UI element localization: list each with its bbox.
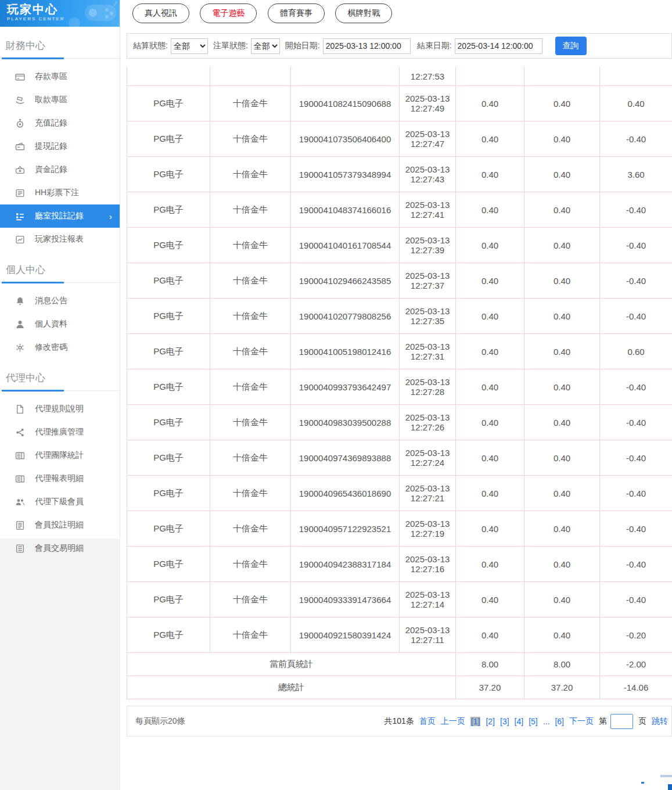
list-page-icon	[15, 520, 25, 530]
cell-order-no: 1900040993793642497	[291, 369, 400, 405]
share-icon	[15, 428, 25, 437]
cell-valid-amount	[524, 67, 600, 86]
cell-win-loss: -0.40	[600, 121, 672, 157]
cell-time: 2025-03-1312:27:26	[400, 405, 456, 440]
jump-button[interactable]: 跳转	[652, 716, 668, 727]
cell-order-no: 1900041082415090688	[291, 86, 400, 121]
page-link-5[interactable]: [5]	[529, 717, 538, 726]
cell-valid-amount: 0.40	[524, 617, 600, 653]
sidebar-item-withdrawal-records[interactable]: 提現記錄	[0, 135, 120, 158]
sidebar-item-label: 代理規則說明	[35, 404, 84, 414]
sidebar-item-agent-report-detail[interactable]: 代理報表明細	[0, 467, 120, 490]
sidebar-item-agent-rules[interactable]: 代理規則說明	[0, 397, 120, 421]
summary-bet-amount: 37.20	[456, 676, 524, 699]
sidebar-item-room-bet-records[interactable]: 廳室投註記錄 ›	[0, 204, 120, 228]
sidebar-item-label: 廳室投註記錄	[35, 211, 84, 221]
cell-bet-amount: 0.40	[456, 617, 524, 653]
sidebar-item-label: 提現記錄	[35, 141, 67, 152]
order-status-select[interactable]: 全部	[251, 38, 280, 54]
cell-time: 2025-03-1312:27:39	[400, 228, 456, 263]
sidebar-item-withdraw[interactable]: 取款專區	[0, 88, 120, 112]
sidebar-item-change-password[interactable]: 修改密碼	[0, 336, 120, 359]
withdrawal-wallet-icon	[15, 142, 25, 152]
page-link-6[interactable]: [6]	[555, 717, 564, 726]
sidebar-item-funds-records[interactable]: 資金記錄	[0, 158, 120, 181]
chevron-right-icon: ›	[109, 212, 112, 221]
cell-time: 2025-03-1312:27:31	[400, 334, 456, 369]
start-date-input[interactable]	[323, 38, 411, 54]
cell-time: 2025-03-1312:27:43	[400, 157, 456, 192]
order-status-label: 注單狀態:	[213, 41, 248, 51]
sidebar-item-player-bet-report[interactable]: 玩家投注報表	[0, 228, 120, 251]
settle-status-select[interactable]: 全部	[171, 38, 208, 54]
sidebar-item-label: 代理推廣管理	[35, 427, 84, 437]
page-link-2[interactable]: [2]	[486, 717, 495, 726]
tab-board-games[interactable]: 棋牌對戰	[335, 3, 392, 23]
recharge-bag-icon	[15, 119, 25, 128]
sidebar-item-agent-promotion[interactable]: 代理推廣管理	[0, 421, 120, 444]
table-row: PG电子 十倍金牛 1900040921580391424 2025-03-13…	[127, 617, 672, 653]
cell-bet-amount: 0.40	[456, 86, 524, 121]
bet-records-table: 12:27:53 PG电子 十倍金牛 1900041082415090688 2…	[127, 67, 672, 699]
page-link-4[interactable]: [4]	[515, 717, 524, 726]
document-icon	[15, 404, 25, 414]
cell-vendor: PG电子	[127, 440, 210, 476]
gamepad-icon	[63, 1, 118, 27]
cell-vendor: PG电子	[127, 192, 210, 228]
table-row: PG电子 十倍金牛 1900040933391473664 2025-03-13…	[127, 582, 672, 617]
cell-bet-amount: 0.40	[456, 192, 524, 228]
tab-sports[interactable]: 體育賽事	[268, 3, 325, 23]
chat-widget-fragment	[668, 784, 672, 790]
sidebar-item-deposit[interactable]: 存款專區	[0, 65, 120, 88]
cell-valid-amount: 0.40	[524, 228, 600, 263]
page-link-3[interactable]: [3]	[500, 717, 509, 726]
cell-bet-amount: 0.40	[456, 263, 524, 299]
sidebar-item-profile[interactable]: 個人資料	[0, 313, 120, 336]
jump-page-input[interactable]	[610, 714, 633, 729]
cell-order-no: 1900041048374166016	[291, 192, 400, 228]
cell-order-no: 1900041005198012416	[291, 334, 400, 369]
tab-electronic-games[interactable]: 電子遊藝	[200, 3, 257, 23]
page-link-1[interactable]: [1]	[470, 717, 481, 726]
cell-time: 2025-03-1312:27:47	[400, 121, 456, 157]
cell-game: 十倍金牛	[210, 299, 291, 334]
end-date-input[interactable]	[455, 38, 542, 54]
sidebar-item-agent-team-stats[interactable]: 代理團隊統計	[0, 444, 120, 467]
cell-order-no: 1900041029466243585	[291, 263, 400, 299]
cell-time: 2025-03-1312:27:35	[400, 299, 456, 334]
cell-valid-amount: 0.40	[524, 157, 600, 192]
tab-live-video[interactable]: 真人視訊	[132, 3, 189, 23]
newspaper-icon	[15, 451, 25, 461]
sidebar-item-label: 會員交易明細	[35, 543, 84, 554]
sidebar-item-announcements[interactable]: 消息公告	[0, 289, 120, 313]
cell-win-loss: -0.40	[600, 228, 672, 263]
first-page-link[interactable]: 首页	[419, 716, 436, 727]
next-page-link[interactable]: 下一页	[569, 716, 594, 727]
prev-page-link[interactable]: 上一页	[441, 716, 465, 727]
pagination-bar: 每頁顯示20條 共101条 首页 上一页 [1] [2] [3] [4] [5]…	[127, 706, 672, 737]
cell-order-no: 1900040965436018690	[291, 476, 400, 511]
sidebar-item-label: 修改密碼	[35, 342, 67, 353]
cell-win-loss: 3.60	[600, 157, 672, 192]
cell-time: 2025-03-1312:27:49	[400, 86, 456, 121]
sidebar-item-hh-lottery[interactable]: HH彩票下注	[0, 181, 120, 204]
personal-menu: 消息公告 個人資料 修改密碼	[0, 283, 120, 359]
cell-order-no: 1900041020779808256	[291, 299, 400, 334]
sidebar-item-member-trade-detail[interactable]: 會員交易明細	[0, 537, 120, 560]
cell-order-no: 1900041073506406400	[291, 121, 400, 157]
sidebar-item-member-bet-detail[interactable]: 會員投註明細	[0, 514, 120, 537]
cell-valid-amount: 0.40	[524, 511, 600, 547]
start-date-label: 開始日期:	[285, 41, 320, 51]
cell-time: 2025-03-1312:27:24	[400, 440, 456, 476]
table-row: PG电子 十倍金牛 1900041082415090688 2025-03-13…	[127, 86, 672, 121]
table-row: PG电子 十倍金牛 1900040993793642497 2025-03-13…	[127, 369, 672, 405]
cell-vendor: PG电子	[127, 121, 210, 157]
sidebar-item-agent-sub-members[interactable]: 代理下級會員	[0, 490, 120, 514]
sidebar-item-recharge-records[interactable]: 充值記錄	[0, 112, 120, 135]
agent-menu: 代理規則說明 代理推廣管理 代理團隊統計 代理報表明細 代理下級會員 會員投註明…	[0, 391, 120, 560]
main-content: 真人視訊 電子遊藝 體育賽事 棋牌對戰 結算狀態: 全部 注單狀態: 全部 開始…	[120, 0, 672, 737]
cell-time: 2025-03-1312:27:21	[400, 476, 456, 511]
cell-game: 十倍金牛	[210, 405, 291, 440]
search-button[interactable]: 查詢	[555, 37, 587, 55]
cell-bet-amount: 0.40	[456, 121, 524, 157]
